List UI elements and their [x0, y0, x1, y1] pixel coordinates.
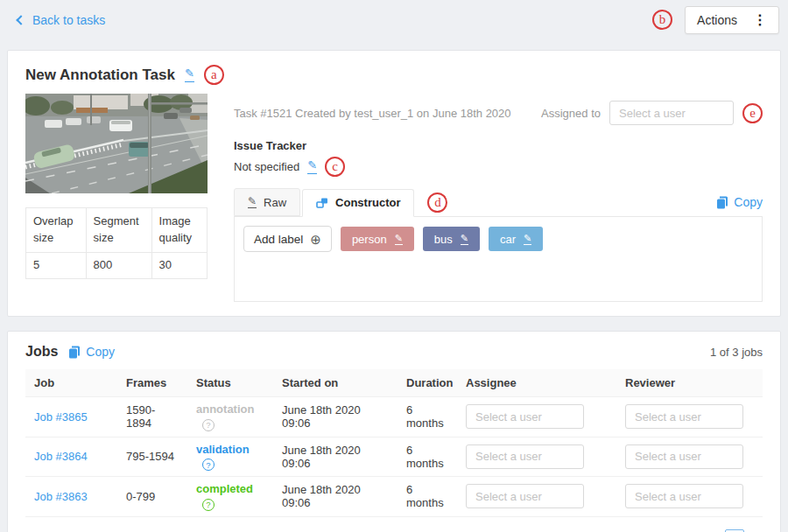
status-help-icon[interactable]: ? [202, 458, 215, 471]
param-overlap-header: Overlap size [26, 208, 87, 253]
label-chip-bus-text: bus [434, 233, 453, 246]
col-assignee: Assignee [457, 369, 616, 397]
task-columns: Overlap size Segment size Image quality … [25, 94, 763, 302]
issue-tracker-block: Issue Tracker Not specified ✎ c [234, 139, 763, 177]
assigned-to-label: Assigned to [541, 107, 601, 120]
col-duration: Duration [398, 369, 457, 397]
param-quality-value: 30 [151, 252, 207, 278]
label-chip-bus[interactable]: bus ✎ [423, 227, 480, 251]
back-label: Back to tasks [32, 13, 105, 27]
job-reviewer-select[interactable] [625, 444, 743, 469]
assigned-to-group: Assigned to e [541, 101, 763, 125]
col-started-on: Started on [273, 369, 398, 397]
overlay-letter-d: d [427, 192, 447, 213]
task-preview-image [25, 94, 208, 193]
job-assignee-select[interactable] [466, 444, 584, 469]
job-status: annotation [196, 402, 254, 416]
task-meta-text: Task #1521 Created by test_user_1 on Jun… [234, 107, 511, 120]
overlay-letter-e: e [742, 103, 763, 123]
pencil-icon: ✎ [248, 196, 257, 208]
pagination-page-1[interactable]: 1 [725, 529, 744, 532]
tab-constructor[interactable]: Constructor [302, 189, 414, 217]
status-help-icon[interactable]: ? [202, 499, 215, 511]
job-frames: 795-1594 [117, 437, 187, 477]
job-started: June 18th 2020 09:06 [273, 437, 398, 477]
edit-issue-tracker-icon[interactable]: ✎ [307, 159, 317, 173]
tab-raw-label: Raw [264, 196, 286, 209]
page-title: New Annotation Task [25, 66, 175, 84]
job-started: June 18th 2020 09:06 [273, 397, 398, 438]
topbar-right: b Actions ⋮ [652, 6, 779, 34]
add-label-text: Add label [254, 233, 303, 246]
add-label-button[interactable]: Add label ⊕ [243, 226, 332, 252]
job-status: validation [196, 443, 250, 456]
job-row: Job #3863 0-799 completed? June 18th 202… [25, 477, 763, 517]
jobs-pagination: ‹ 1 › [25, 529, 763, 532]
col-status: Status [187, 369, 273, 397]
jobs-header: Jobs Copy 1 of 3 jobs [25, 340, 763, 361]
param-segment-value: 800 [86, 252, 151, 278]
overlay-letter-a: a [204, 65, 224, 85]
actions-button[interactable]: Actions ⋮ [685, 6, 779, 34]
job-reviewer-select[interactable] [625, 484, 743, 508]
copy-icon [716, 196, 728, 209]
copy-jobs-link[interactable]: Copy [68, 345, 115, 359]
job-started: June 18th 2020 09:06 [273, 477, 398, 517]
assignee-select[interactable] [609, 101, 734, 125]
more-icon: ⋮ [753, 13, 767, 27]
tab-constructor-label: Constructor [335, 196, 400, 209]
job-assignee-select[interactable] [466, 404, 584, 429]
copy-icon [68, 346, 81, 359]
edit-label-car-icon[interactable]: ✎ [524, 233, 531, 244]
job-duration: 6 months [398, 397, 457, 438]
overlay-letter-b: b [652, 10, 672, 30]
issue-tracker-label: Issue Tracker [234, 139, 763, 152]
job-duration: 6 months [398, 437, 457, 477]
label-chip-person-text: person [352, 233, 387, 246]
label-chip-car[interactable]: car ✎ [489, 227, 543, 251]
build-icon [316, 197, 328, 209]
jobs-table: Job Frames Status Started on Duration As… [25, 369, 763, 517]
edit-label-bus-icon[interactable]: ✎ [461, 233, 468, 244]
job-reviewer-select[interactable] [625, 404, 743, 429]
job-duration: 6 months [398, 477, 457, 517]
job-row: Job #3864 795-1594 validation? June 18th… [25, 437, 763, 477]
top-bar: Back to tasks b Actions ⋮ [0, 0, 788, 39]
col-reviewer: Reviewer [616, 369, 763, 397]
label-chip-person[interactable]: person ✎ [341, 227, 414, 251]
back-to-tasks-link[interactable]: Back to tasks [18, 13, 105, 27]
job-row: Job #3865 1590-1894 annotation? June 18t… [25, 397, 763, 438]
labels-tabs-row: ✎ Raw Constructor d Copy [234, 188, 763, 216]
status-help-icon[interactable]: ? [202, 419, 215, 431]
job-assignee-select[interactable] [466, 484, 584, 508]
actions-label: Actions [697, 13, 737, 27]
job-frames: 0-799 [117, 477, 187, 517]
col-frames: Frames [117, 369, 187, 397]
param-overlap-value: 5 [26, 252, 87, 278]
task-title-row: New Annotation Task ✎ a [25, 56, 763, 94]
params-value-row: 5 800 30 [26, 252, 208, 278]
tab-raw[interactable]: ✎ Raw [234, 188, 300, 216]
overlay-letter-c: c [325, 157, 345, 177]
job-frames: 1590-1894 [117, 397, 187, 438]
task-right-column: Task #1521 Created by test_user_1 on Jun… [234, 94, 763, 302]
col-job: Job [25, 369, 117, 397]
job-link[interactable]: Job #3863 [34, 490, 88, 503]
copy-jobs-label: Copy [86, 345, 115, 359]
job-link[interactable]: Job #3865 [34, 410, 88, 424]
edit-title-icon[interactable]: ✎ [185, 67, 194, 81]
labels-constructor-panel: Add label ⊕ person ✎ bus ✎ car ✎ [234, 216, 763, 302]
task-meta-row: Task #1521 Created by test_user_1 on Jun… [234, 101, 763, 125]
jobs-card: Jobs Copy 1 of 3 jobs Job Frames Status … [7, 331, 781, 532]
job-link[interactable]: Job #3864 [34, 450, 88, 463]
copy-labels-link[interactable]: Copy [716, 195, 763, 209]
back-chevron-icon [16, 15, 25, 24]
plus-circle-icon: ⊕ [310, 233, 321, 246]
param-quality-header: Image quality [151, 208, 207, 253]
issue-tracker-value: Not specified [234, 160, 299, 173]
task-params-table: Overlap size Segment size Image quality … [25, 207, 208, 279]
label-chip-car-text: car [500, 233, 516, 246]
param-segment-header: Segment size [86, 208, 151, 253]
task-left-column: Overlap size Segment size Image quality … [25, 94, 208, 302]
edit-label-person-icon[interactable]: ✎ [395, 233, 403, 244]
